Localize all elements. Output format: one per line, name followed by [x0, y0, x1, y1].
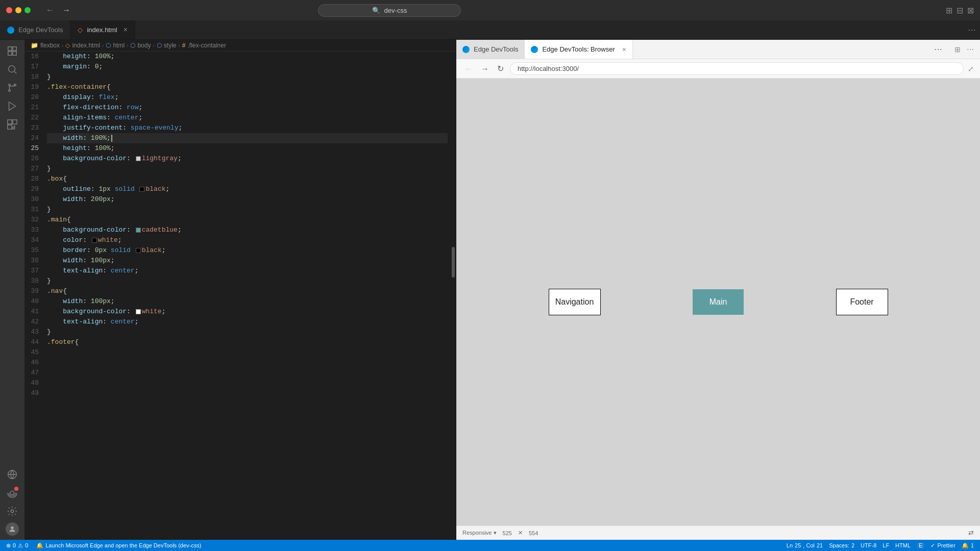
activity-icon-search[interactable] [5, 62, 19, 77]
line-ending-text: LF [883, 542, 889, 548]
line-col-info[interactable]: Ln 25 , Col 21 [785, 542, 825, 549]
maximize-traffic-light[interactable] [24, 7, 31, 13]
breadcrumb-flex-container[interactable]: # .flex-container [182, 42, 226, 49]
line-num-29: 29 [29, 184, 39, 194]
prettier-text: Prettier [937, 542, 955, 548]
browser-forward-button[interactable]: → [479, 63, 491, 74]
edge-devtools-icon[interactable]: E [915, 542, 926, 549]
breadcrumb-sep-1: › [62, 43, 63, 48]
activity-icon-explorer[interactable] [5, 44, 19, 58]
title-address-bar[interactable]: 🔍 dev-css [318, 4, 461, 17]
breadcrumb-html[interactable]: ⬡ html [106, 42, 125, 49]
browser-tab-browser[interactable]: Edge DevTools: Browser × [525, 40, 633, 59]
folder-icon: 📁 [31, 42, 38, 49]
close-traffic-light[interactable] [6, 7, 12, 13]
line-num-32: 32 [29, 215, 39, 225]
activity-icon-live[interactable] [5, 486, 19, 500]
prettier-info[interactable]: ✓ Prettier [928, 542, 957, 549]
responsive-label: Responsive [462, 530, 492, 536]
responsive-mode[interactable]: Responsive ▾ [462, 530, 497, 536]
line-ending-info[interactable]: LF [880, 542, 891, 549]
spaces-number: 2 [851, 542, 854, 548]
breadcrumb-index-html[interactable]: ◇ index.html [65, 42, 100, 49]
code-area[interactable]: 16 17 18 19 20 21 22 23 24 25 26 27 28 2… [24, 52, 456, 540]
editor-scrollbar[interactable] [452, 52, 456, 540]
breadcrumb-text-flexbox: flexbox [40, 42, 60, 49]
notifications-button[interactable]: 🔔 1 [960, 542, 976, 549]
selector-icon: # [182, 42, 186, 49]
forward-arrow-button[interactable]: → [59, 5, 74, 16]
browser-tab-close[interactable]: × [622, 45, 626, 54]
breadcrumb-flexbox[interactable]: 📁 flexbox [31, 42, 60, 49]
navigation-label: Navigation [555, 297, 594, 307]
browser-url-bar[interactable]: http://localhost:3000/ [510, 62, 964, 75]
info-message[interactable]: 🔔 Launch Microsoft Edge and open the Edg… [34, 542, 203, 549]
col-label: , Col [803, 542, 815, 548]
browser-refresh-button[interactable]: ↻ [495, 63, 506, 74]
browser-panel: Edge DevTools Edge DevTools: Browser × ⋯… [456, 40, 980, 540]
layout-button-2[interactable]: ⊟ [957, 6, 963, 15]
activity-icon-extensions[interactable] [5, 117, 19, 132]
line-num-48: 48 [29, 378, 39, 388]
address-text: dev-css [384, 7, 407, 14]
rotate-button[interactable]: ⇄ [968, 529, 974, 537]
browser-back-button[interactable]: ← [462, 63, 475, 74]
browser-tab-devtools[interactable]: Edge DevTools [456, 40, 525, 59]
tab-index-html[interactable]: ◇ index.html × [70, 20, 135, 39]
line-num-49: 49 [29, 388, 39, 398]
breadcrumb-style[interactable]: ⬡ style [157, 42, 177, 49]
line-num-33: 33 [29, 225, 39, 235]
line-num-16: 16 [29, 52, 39, 62]
html-file-icon: ◇ [78, 26, 83, 34]
code-line-17: margin: 0; [47, 62, 448, 72]
line-num-31: 31 [29, 205, 39, 215]
error-count[interactable]: ⊗ 0 ⚠ 0 [4, 542, 30, 549]
line-numbers: 16 17 18 19 20 21 22 23 24 25 26 27 28 2… [24, 52, 47, 540]
layout-button-1[interactable]: ⊞ [946, 6, 952, 15]
encoding-info[interactable]: UTF-8 [859, 542, 878, 549]
line-num-27: 27 [29, 164, 39, 174]
breadcrumb: 📁 flexbox › ◇ index.html › ⬡ html › ⬡ bo… [24, 40, 456, 52]
line-num-30: 30 [29, 194, 39, 205]
back-arrow-button[interactable]: ← [43, 5, 57, 16]
browser-expand-button[interactable]: ⤢ [968, 65, 974, 73]
code-line-40: text-align: center; [47, 266, 448, 276]
tab-close-button[interactable]: × [124, 26, 128, 34]
tab-edge-devtools[interactable]: Edge DevTools [0, 20, 70, 39]
tab-more-button[interactable]: ⋯ [964, 20, 980, 39]
activity-icon-run[interactable] [5, 99, 19, 113]
line-num-44: 44 [29, 337, 39, 347]
breadcrumb-text-index: index.html [72, 42, 100, 49]
code-line-24: justify-content: space-evenly; [47, 123, 448, 133]
responsive-chevron: ▾ [494, 530, 497, 536]
title-bar-navigation: ← → [43, 5, 74, 16]
bell-icon: 🔔 [962, 542, 969, 549]
color-swatch-white2 [136, 309, 141, 314]
spaces-info[interactable]: Spaces: 2 [827, 542, 856, 549]
language-info[interactable]: HTML [893, 542, 913, 549]
code-line-20: .flex-container { [47, 82, 448, 92]
activity-icon-remote[interactable] [5, 467, 19, 482]
code-line-32: width: 200px; [47, 194, 448, 205]
activity-icon-git[interactable] [5, 81, 19, 95]
minimize-traffic-light[interactable] [15, 7, 21, 13]
editor-with-activity: 📁 flexbox › ◇ index.html › ⬡ html › ⬡ bo… [0, 40, 980, 540]
line-num-18: 18 [29, 72, 39, 82]
language-text: HTML [895, 542, 911, 548]
browser-tab-more[interactable]: ⋯ [928, 40, 948, 59]
code-line-25: width: 100%; [47, 133, 448, 143]
breadcrumb-body[interactable]: ⬡ body [130, 42, 151, 49]
code-line-44: width: 100px; [47, 296, 448, 307]
code-line-22: flex-direction: row; [47, 103, 448, 113]
browser-more-button[interactable]: ⋯ [965, 44, 976, 55]
browser-tab-bar: Edge DevTools Edge DevTools: Browser × ⋯… [456, 40, 980, 59]
code-line-30: .box { [47, 174, 448, 184]
title-bar: ← → 🔍 dev-css ⊞ ⊟ ⊠ [0, 0, 980, 20]
tab-index-html-label: index.html [87, 26, 117, 34]
code-line-23: align-items: center; [47, 113, 448, 123]
code-line-45: background-color: white; [47, 307, 448, 317]
user-avatar[interactable] [6, 522, 19, 536]
activity-icon-settings[interactable] [5, 504, 19, 518]
layout-button-3[interactable]: ⊠ [967, 6, 974, 15]
browser-split-button[interactable]: ⊞ [952, 44, 963, 55]
